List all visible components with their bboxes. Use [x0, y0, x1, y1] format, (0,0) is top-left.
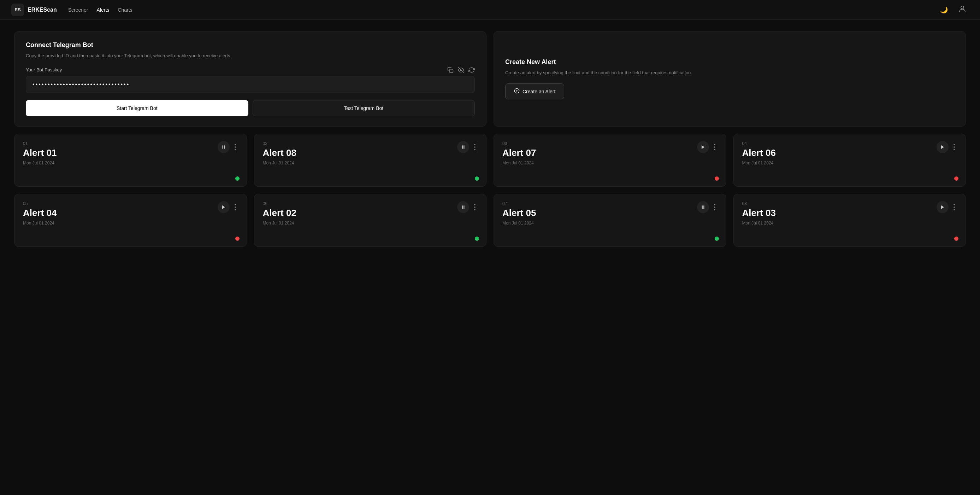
theme-toggle-button[interactable]: 🌙	[938, 3, 950, 16]
main-content: Connect Telegram Bot Copy the provided I…	[0, 20, 980, 258]
refresh-passkey-button[interactable]	[468, 67, 475, 73]
user-icon	[958, 5, 967, 15]
logo-area: ES ERKEScan	[11, 3, 57, 16]
alert-controls	[457, 201, 477, 213]
nav-alerts[interactable]: Alerts	[97, 6, 110, 14]
alert-card-header: 08 Alert 03 Mon Jul 01 2024	[742, 201, 958, 225]
user-profile-button[interactable]	[956, 3, 969, 16]
svg-point-8	[235, 144, 236, 145]
pause-alert-button[interactable]	[218, 141, 230, 153]
alert-name: Alert 03	[742, 208, 937, 219]
alert-date: Mon Jul 01 2024	[23, 220, 218, 225]
svg-point-36	[714, 206, 715, 208]
start-telegram-button[interactable]: Start Telegram Bot	[26, 100, 248, 117]
svg-point-41	[953, 209, 955, 210]
alert-name: Alert 05	[503, 208, 697, 219]
alert-card-header: 01 Alert 01 Mon Jul 01 2024	[23, 141, 238, 166]
navbar: ES ERKEScan Screener Alerts Charts 🌙	[0, 0, 980, 20]
alert-more-button[interactable]	[232, 203, 238, 211]
alert-card: 02 Alert 08 Mon Jul 01 2024	[254, 134, 487, 187]
status-dot	[954, 176, 958, 180]
svg-rect-29	[463, 206, 464, 209]
svg-point-21	[953, 144, 955, 145]
alert-card-header: 04 Alert 06 Mon Jul 01 2024	[742, 141, 958, 166]
logo-box: ES	[11, 3, 24, 16]
alert-controls	[697, 201, 718, 213]
alert-more-button[interactable]	[232, 143, 238, 151]
create-alert-button[interactable]: Create an Alert	[505, 83, 564, 99]
top-panels: Connect Telegram Bot Copy the provided I…	[14, 31, 966, 126]
alert-more-button[interactable]	[951, 143, 957, 151]
play-alert-button[interactable]	[937, 201, 948, 213]
telegram-panel-title: Connect Telegram Bot	[26, 42, 475, 49]
play-alert-button[interactable]	[937, 141, 948, 153]
alert-name: Alert 06	[742, 147, 937, 158]
alert-more-button[interactable]	[951, 203, 957, 211]
svg-point-30	[474, 204, 476, 206]
svg-rect-34	[703, 206, 704, 209]
svg-point-39	[953, 204, 955, 206]
play-alert-button[interactable]	[697, 141, 709, 153]
alert-date: Mon Jul 01 2024	[503, 161, 697, 166]
status-dot	[715, 176, 719, 180]
svg-point-23	[953, 149, 955, 150]
svg-point-10	[235, 149, 236, 150]
alert-number: 06	[263, 201, 458, 206]
alert-number: 08	[742, 201, 937, 206]
alert-number: 01	[23, 141, 218, 146]
svg-point-25	[235, 204, 236, 206]
svg-rect-12	[463, 145, 464, 148]
alert-info: 08 Alert 03 Mon Jul 01 2024	[742, 201, 937, 225]
create-alert-panel: Create New Alert Create an alert by spec…	[493, 31, 966, 126]
pause-alert-button[interactable]	[457, 201, 469, 213]
svg-marker-20	[941, 145, 944, 149]
alert-controls	[218, 141, 238, 153]
nav-links: Screener Alerts Charts	[68, 6, 938, 14]
alert-card-header: 02 Alert 08 Mon Jul 01 2024	[263, 141, 478, 166]
svg-point-15	[474, 149, 476, 150]
alert-info: 01 Alert 01 Mon Jul 01 2024	[23, 141, 218, 166]
svg-point-31	[474, 206, 476, 208]
pause-alert-button[interactable]	[697, 201, 709, 213]
svg-marker-16	[701, 145, 704, 149]
alert-date: Mon Jul 01 2024	[263, 220, 458, 225]
hide-passkey-button[interactable]	[458, 67, 464, 73]
alert-number: 05	[23, 201, 218, 206]
svg-point-19	[714, 149, 715, 150]
alert-info: 04 Alert 06 Mon Jul 01 2024	[742, 141, 937, 166]
logo-text: ES	[14, 7, 21, 12]
alert-card-header: 07 Alert 05 Mon Jul 01 2024	[503, 201, 718, 225]
svg-rect-11	[462, 145, 463, 148]
alert-number: 04	[742, 141, 937, 146]
alert-more-button[interactable]	[712, 203, 718, 211]
nav-screener[interactable]: Screener	[68, 6, 88, 14]
alert-name: Alert 02	[263, 208, 458, 219]
svg-point-18	[714, 146, 715, 148]
svg-point-40	[953, 206, 955, 208]
alert-more-button[interactable]	[472, 203, 477, 211]
nav-charts[interactable]: Charts	[118, 6, 132, 14]
svg-marker-38	[941, 206, 944, 209]
status-dot	[475, 176, 479, 180]
svg-point-14	[474, 146, 476, 148]
alert-card: 03 Alert 07 Mon Jul 01 2024	[493, 134, 726, 187]
alert-more-button[interactable]	[712, 143, 718, 151]
test-telegram-button[interactable]: Test Telegram Bot	[253, 100, 475, 117]
svg-rect-28	[462, 206, 463, 209]
svg-point-26	[235, 206, 236, 208]
alert-date: Mon Jul 01 2024	[23, 161, 218, 166]
alert-card-header: 06 Alert 02 Mon Jul 01 2024	[263, 201, 478, 225]
play-alert-button[interactable]	[218, 201, 230, 213]
passkey-input[interactable]	[26, 76, 475, 93]
alert-controls	[457, 141, 477, 153]
pause-alert-button[interactable]	[457, 141, 469, 153]
alert-card: 06 Alert 02 Mon Jul 01 2024	[254, 194, 487, 247]
telegram-panel-description: Copy the provided ID and then paste it i…	[26, 52, 475, 60]
svg-point-17	[714, 144, 715, 145]
svg-point-37	[714, 209, 715, 210]
status-dot	[235, 236, 240, 241]
copy-passkey-button[interactable]	[447, 67, 453, 73]
create-alert-description: Create an alert by specifying the limit …	[505, 69, 954, 77]
alert-card: 04 Alert 06 Mon Jul 01 2024	[733, 134, 966, 187]
alert-more-button[interactable]	[472, 143, 477, 151]
